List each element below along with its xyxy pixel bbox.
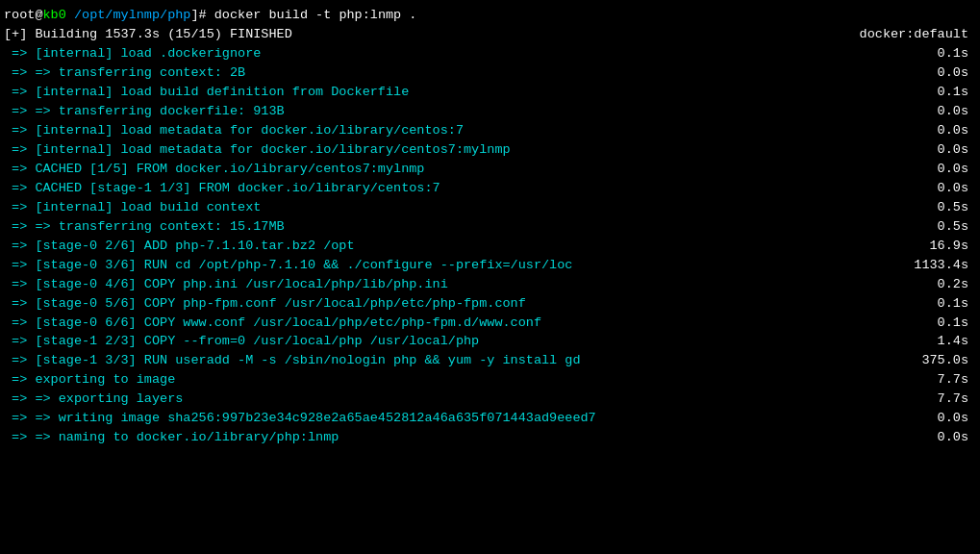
terminal-line: => => transferring context: 2B0.0s (4, 63, 976, 83)
terminal-line: => [stage-1 3/3] RUN useradd -M -s /sbin… (4, 351, 976, 370)
terminal-line: => [internal] load .dockerignore0.1s (4, 44, 976, 63)
line-text: => => naming to docker.io/library/php:ln… (4, 428, 339, 447)
terminal-line: => CACHED [stage-1 1/3] FROM docker.io/l… (4, 179, 976, 198)
line-text: => [stage-0 5/6] COPY php-fpm.conf /usr/… (4, 294, 526, 314)
line-timing: 0.1s (899, 83, 976, 102)
line-timing: 0.0s (899, 428, 976, 447)
line-timing: 0.5s (899, 198, 976, 217)
terminal-line: => [stage-0 4/6] COPY php.ini /usr/local… (4, 275, 976, 294)
line-text: => [internal] load metadata for docker.i… (4, 140, 511, 160)
terminal-line: => [internal] load metadata for docker.i… (4, 140, 976, 160)
line-text: => exporting to image (4, 370, 175, 390)
line-timing: 0.0s (899, 63, 976, 83)
prompt-line: root@kb0 /opt/mylnmp/php]# docker build … (4, 6, 976, 25)
line-timing: 0.5s (899, 217, 976, 237)
prompt-at: @ (35, 8, 42, 22)
terminal-line: => CACHED [1/5] FROM docker.io/library/c… (4, 160, 976, 179)
line-timing: 0.0s (899, 121, 976, 140)
line-text: => [internal] load .dockerignore (4, 44, 261, 63)
line-timing: 0.0s (899, 179, 976, 198)
line-timing: 0.0s (899, 160, 976, 179)
line-text: => => transferring context: 15.17MB (4, 217, 285, 237)
prompt-hash: ]# (190, 8, 214, 22)
prompt-user: root (4, 8, 35, 22)
terminal-line: => [internal] load build context0.5s (4, 198, 976, 217)
terminal-line: => => transferring context: 15.17MB0.5s (4, 217, 976, 237)
terminal-line: => [internal] load build definition from… (4, 83, 976, 102)
line-text: => => transferring dockerfile: 913B (4, 102, 285, 121)
line-text: => [internal] load build context (4, 198, 261, 217)
line-text: => => writing image sha256:997b23e34c928… (4, 409, 596, 428)
prompt-host: kb0 (43, 8, 66, 22)
line-text: => [internal] load build definition from… (4, 83, 409, 102)
line-timing: 0.0s (899, 102, 976, 121)
line-text: => [stage-0 3/6] RUN cd /opt/php-7.1.10 … (4, 256, 572, 275)
terminal-line: => [stage-0 6/6] COPY www.conf /usr/loca… (4, 314, 976, 333)
terminal-line: => exporting to image7.7s (4, 370, 976, 390)
line-timing: 7.7s (899, 370, 976, 390)
line-text: => => exporting layers (4, 390, 183, 409)
output-container: [+] Building 1537.3s (15/15) FINISHEDdoc… (4, 25, 976, 447)
terminal-line: => => naming to docker.io/library/php:ln… (4, 428, 976, 447)
terminal-line: => [stage-0 5/6] COPY php-fpm.conf /usr/… (4, 294, 976, 314)
line-text: => [stage-1 2/3] COPY --from=0 /usr/loca… (4, 332, 479, 351)
line-text: => [stage-0 6/6] COPY www.conf /usr/loca… (4, 314, 541, 333)
terminal-line: [+] Building 1537.3s (15/15) FINISHEDdoc… (4, 25, 976, 44)
line-timing: 375.0s (899, 351, 976, 370)
line-timing: 0.1s (899, 314, 976, 333)
line-timing: 1133.4s (899, 256, 976, 275)
line-timing: 0.2s (899, 275, 976, 294)
prompt-path: /opt/mylnmp/php (66, 8, 191, 22)
line-text: => [stage-1 3/3] RUN useradd -M -s /sbin… (4, 351, 581, 370)
line-timing: 0.0s (899, 409, 976, 428)
line-text: => [stage-0 2/6] ADD php-7.1.10.tar.bz2 … (4, 237, 355, 256)
terminal-line: => => writing image sha256:997b23e34c928… (4, 409, 976, 428)
line-text: [+] Building 1537.3s (15/15) FINISHED (4, 25, 292, 44)
line-text: => [stage-0 4/6] COPY php.ini /usr/local… (4, 275, 448, 294)
terminal-line: => [internal] load metadata for docker.i… (4, 121, 976, 140)
terminal-line: => [stage-0 2/6] ADD php-7.1.10.tar.bz2 … (4, 237, 976, 256)
terminal-line: => [stage-1 2/3] COPY --from=0 /usr/loca… (4, 332, 976, 351)
terminal-line: => => exporting layers7.7s (4, 390, 976, 409)
terminal-line: => [stage-0 3/6] RUN cd /opt/php-7.1.10 … (4, 256, 976, 275)
terminal-line: => => transferring dockerfile: 913B0.0s (4, 102, 976, 121)
line-timing: 0.1s (899, 44, 976, 63)
line-text: => [internal] load metadata for docker.i… (4, 121, 464, 140)
line-timing: 16.9s (899, 237, 976, 256)
line-timing: 7.7s (899, 390, 976, 409)
terminal-window: root@kb0 /opt/mylnmp/php]# docker build … (0, 4, 980, 449)
line-timing: 0.1s (899, 294, 976, 314)
line-timing: 1.4s (899, 332, 976, 351)
line-text: => CACHED [1/5] FROM docker.io/library/c… (4, 160, 424, 179)
prompt-command: docker build -t php:lnmp . (214, 8, 417, 22)
line-text: => => transferring context: 2B (4, 63, 245, 83)
line-text: => CACHED [stage-1 1/3] FROM docker.io/l… (4, 179, 440, 198)
line-timing: docker:default (860, 25, 976, 44)
line-timing: 0.0s (899, 140, 976, 160)
